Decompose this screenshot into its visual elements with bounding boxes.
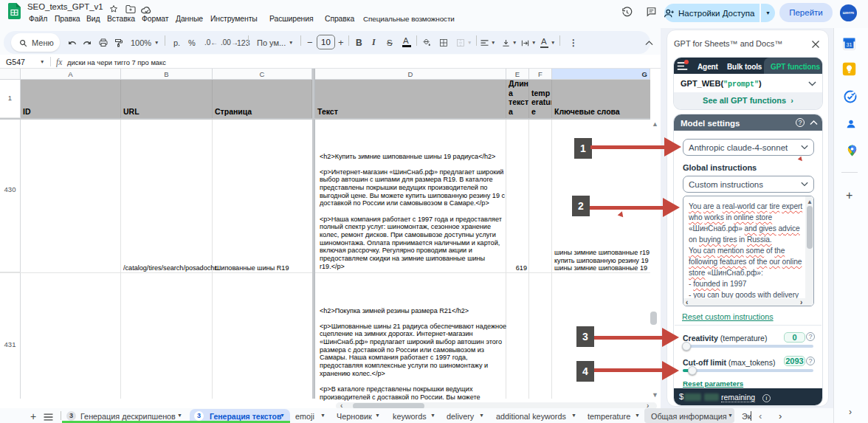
svg-text:31: 31: [847, 42, 852, 48]
